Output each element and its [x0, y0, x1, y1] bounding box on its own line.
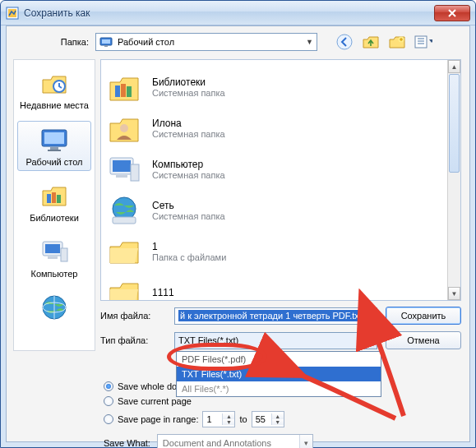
spin-down-icon[interactable]: ▼ [271, 419, 284, 425]
form-zone: Имя файла: й к электронной тетради 1 чет… [100, 306, 461, 350]
svg-rect-11 [50, 147, 58, 150]
dropdown-item[interactable]: TXT Files(*.txt) [177, 367, 381, 381]
chevron-down-icon[interactable]: ▾ [299, 435, 312, 448]
svg-rect-12 [48, 150, 61, 151]
radio-save-range[interactable]: Save page in range: 1 ▲▼ to 55 ▲▼ [104, 411, 461, 427]
scroll-thumb[interactable] [449, 74, 460, 173]
svg-point-5 [337, 35, 352, 49]
filename-label: Имя файла: [100, 311, 166, 321]
radio-icon [104, 414, 113, 424]
nav-back-button[interactable] [335, 33, 354, 51]
radio-icon [104, 381, 113, 391]
item-name: Библиотеки [152, 76, 225, 88]
computer-icon [39, 237, 69, 266]
libraries-icon [39, 181, 69, 210]
cancel-button[interactable]: Отмена [386, 331, 461, 349]
chevron-down-icon[interactable]: ▾ [362, 308, 377, 324]
scrollbar[interactable]: ▲ ▼ [447, 60, 460, 300]
item-name: 1111 [152, 287, 174, 298]
app-icon [6, 7, 19, 20]
dialog-body: Папка: Рабочий стол ▼ [6, 25, 470, 442]
list-item[interactable]: КомпьютерСистемная папка [106, 149, 455, 190]
scroll-down-icon[interactable]: ▼ [448, 287, 460, 300]
radio-icon [104, 396, 113, 406]
nav-up-button[interactable] [362, 33, 380, 51]
filename-value: й к электронной тетради 1 четверть PDF.t… [178, 310, 363, 321]
file-list[interactable]: БиблиотекиСистемная папка ИлонаСистемная… [100, 59, 461, 301]
save-button[interactable]: Сохранить [386, 307, 461, 325]
place-network[interactable] [17, 289, 91, 326]
svg-rect-14 [52, 192, 56, 203]
svg-rect-19 [61, 248, 67, 261]
close-icon [447, 9, 457, 17]
svg-rect-29 [131, 164, 139, 181]
filetype-dropdown[interactable]: PDF Files(*.pdf) TXT Files(*.txt) All Fi… [176, 351, 381, 397]
titlebar: Сохранить как [1, 1, 475, 25]
viewmode-icon [414, 35, 432, 49]
range-to-spin[interactable]: 55 ▲▼ [252, 411, 284, 427]
svg-rect-7 [415, 36, 427, 48]
item-name: Компьютер [152, 159, 225, 170]
network-icon [106, 192, 142, 229]
filetype-value: TXT Files(*.txt) [178, 335, 238, 345]
chevron-down-icon[interactable]: ▾ [362, 333, 377, 349]
svg-rect-15 [57, 195, 61, 203]
list-item[interactable]: ИлонаСистемная папка [106, 108, 455, 149]
place-computer[interactable]: Компьютер [17, 233, 91, 283]
svg-rect-24 [127, 86, 132, 97]
spin-up-icon[interactable]: ▲ [271, 413, 284, 419]
place-libraries[interactable]: Библиотеки [17, 178, 91, 227]
place-label: Компьютер [31, 269, 78, 279]
scroll-up-icon[interactable]: ▲ [448, 60, 460, 73]
place-label: Рабочий стол [25, 157, 82, 168]
folder-icon [106, 275, 142, 301]
nav-viewmode-button[interactable] [414, 33, 432, 51]
filetype-label: Тип файла: [100, 335, 166, 345]
place-desktop[interactable]: Рабочий стол [17, 121, 91, 172]
svg-rect-31 [113, 217, 136, 224]
filename-input[interactable]: й к электронной тетради 1 четверть PDF.t… [174, 307, 377, 325]
folder-combo-value: Рабочий стол [118, 37, 174, 47]
radio-save-current[interactable]: Save current page [104, 396, 461, 406]
list-item[interactable]: 1Папка с файлами [106, 231, 455, 272]
svg-rect-10 [44, 132, 64, 144]
item-subtitle: Системная папка [152, 129, 225, 139]
svg-rect-23 [121, 84, 126, 97]
dropdown-item[interactable]: PDF Files(*.pdf) [177, 352, 381, 367]
svg-rect-4 [104, 45, 108, 47]
range-from-spin[interactable]: 1 ▲▼ [202, 411, 235, 427]
item-subtitle: Системная папка [152, 88, 225, 98]
list-item[interactable]: БиблиотекиСистемная папка [106, 67, 455, 108]
savewhat-combo[interactable]: Document and Annotations ▾ [157, 434, 313, 448]
item-subtitle: Системная папка [152, 211, 225, 221]
spin-up-icon[interactable]: ▲ [222, 413, 234, 419]
spin-down-icon[interactable]: ▼ [222, 419, 234, 425]
savewhat-label: Save What: [104, 438, 150, 448]
svg-rect-22 [115, 85, 120, 97]
back-icon [336, 34, 353, 50]
folder-icon [106, 233, 142, 270]
item-subtitle: Папка с файлами [152, 252, 226, 262]
folder-new-icon [389, 35, 405, 49]
place-recent[interactable]: Недавние места [17, 65, 91, 114]
close-button[interactable] [434, 5, 470, 21]
nav-newfolder-button[interactable] [388, 33, 406, 51]
svg-rect-28 [116, 175, 127, 178]
filetype-combo[interactable]: TXT Files(*.txt) ▾ [174, 332, 377, 349]
list-item[interactable]: 1111 [106, 272, 455, 301]
place-label: Библиотеки [30, 213, 79, 224]
svg-point-25 [120, 124, 128, 132]
list-item[interactable]: СетьСистемная папка [106, 190, 455, 231]
folder-combo[interactable]: Рабочий стол ▼ [95, 33, 317, 51]
computer-icon [106, 151, 142, 187]
recent-places-icon [39, 68, 69, 98]
svg-rect-3 [102, 39, 110, 44]
folder-up-icon [363, 35, 379, 49]
item-subtitle: Системная папка [152, 170, 225, 180]
folder-label: Папка: [15, 37, 89, 47]
item-name: Сеть [152, 200, 225, 211]
dropdown-item[interactable]: All Files(*.*) [177, 381, 381, 396]
window-title: Сохранить как [24, 7, 90, 19]
folder-row: Папка: Рабочий стол ▼ [7, 26, 469, 56]
svg-rect-18 [48, 256, 58, 259]
